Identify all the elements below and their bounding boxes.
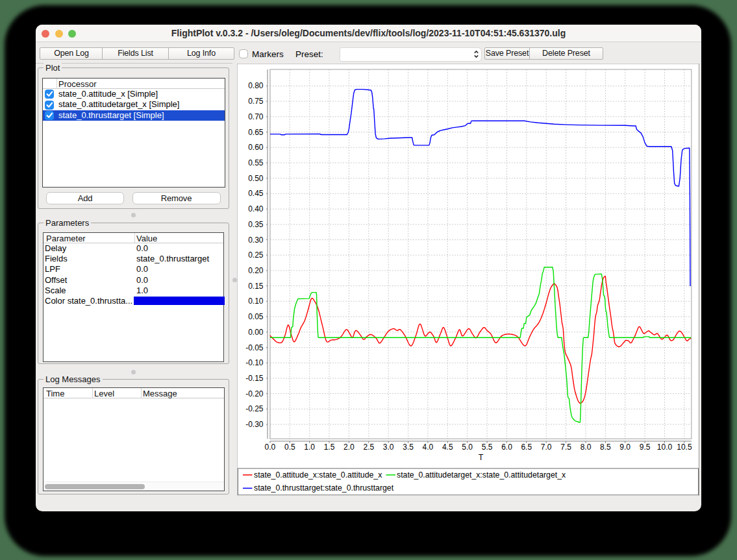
- svg-text:5.5: 5.5: [482, 442, 493, 451]
- svg-text:0.75: 0.75: [248, 97, 264, 106]
- svg-text:0.55: 0.55: [248, 158, 264, 167]
- svg-text:0.70: 0.70: [248, 112, 264, 121]
- svg-text:4.5: 4.5: [442, 442, 453, 451]
- svg-text:2.0: 2.0: [344, 442, 355, 451]
- svg-text:-0.25: -0.25: [245, 404, 264, 413]
- svg-text:3.5: 3.5: [403, 442, 414, 451]
- svg-text:1.0: 1.0: [304, 442, 315, 451]
- svg-text:8.0: 8.0: [581, 442, 592, 451]
- svg-text:state_0.attitudetarget_x:state: state_0.attitudetarget_x:state_0.attitud…: [397, 470, 566, 479]
- svg-text:state_0.attitude_x:state_0.att: state_0.attitude_x:state_0.attitude_x: [254, 470, 382, 479]
- svg-text:9.0: 9.0: [619, 442, 631, 451]
- svg-text:0.0: 0.0: [265, 442, 276, 451]
- svg-text:0.10: 0.10: [248, 297, 264, 306]
- svg-text:1.5: 1.5: [324, 442, 335, 451]
- svg-text:0.20: 0.20: [248, 266, 264, 275]
- svg-text:3.0: 3.0: [383, 442, 394, 451]
- svg-text:0.15: 0.15: [248, 281, 264, 290]
- svg-text:-0.30: -0.30: [245, 420, 264, 429]
- svg-text:state_0.thrusttarget:state_0.t: state_0.thrusttarget:state_0.thrusttarge…: [254, 483, 394, 493]
- svg-text:0.25: 0.25: [248, 250, 264, 260]
- svg-text:0.5: 0.5: [284, 442, 295, 451]
- svg-text:0.40: 0.40: [248, 204, 264, 213]
- svg-text:0.80: 0.80: [248, 81, 264, 90]
- svg-text:6.5: 6.5: [521, 442, 532, 451]
- svg-text:2.5: 2.5: [363, 442, 374, 451]
- svg-text:6.0: 6.0: [501, 442, 512, 451]
- svg-text:0.00: 0.00: [248, 327, 264, 336]
- svg-text:7.5: 7.5: [560, 442, 571, 451]
- svg-text:0.05: 0.05: [248, 312, 264, 321]
- svg-text:8.5: 8.5: [600, 442, 611, 451]
- svg-text:-0.10: -0.10: [245, 358, 264, 367]
- svg-text:9.5: 9.5: [640, 442, 651, 451]
- svg-text:-0.05: -0.05: [245, 343, 264, 352]
- svg-text:0.30: 0.30: [248, 235, 264, 244]
- svg-text:0.50: 0.50: [248, 173, 264, 182]
- svg-text:-0.20: -0.20: [245, 389, 264, 398]
- svg-text:-0.15: -0.15: [245, 374, 264, 383]
- svg-text:4.0: 4.0: [423, 442, 434, 451]
- svg-text:0.60: 0.60: [248, 143, 264, 152]
- svg-text:0.45: 0.45: [248, 189, 264, 198]
- svg-text:5.0: 5.0: [462, 442, 473, 451]
- svg-text:0.35: 0.35: [248, 219, 264, 228]
- svg-text:0.65: 0.65: [248, 127, 264, 136]
- svg-text:10.5: 10.5: [677, 442, 692, 451]
- svg-text:7.0: 7.0: [541, 442, 552, 451]
- svg-text:T: T: [479, 452, 484, 461]
- svg-text:10.0: 10.0: [657, 442, 673, 451]
